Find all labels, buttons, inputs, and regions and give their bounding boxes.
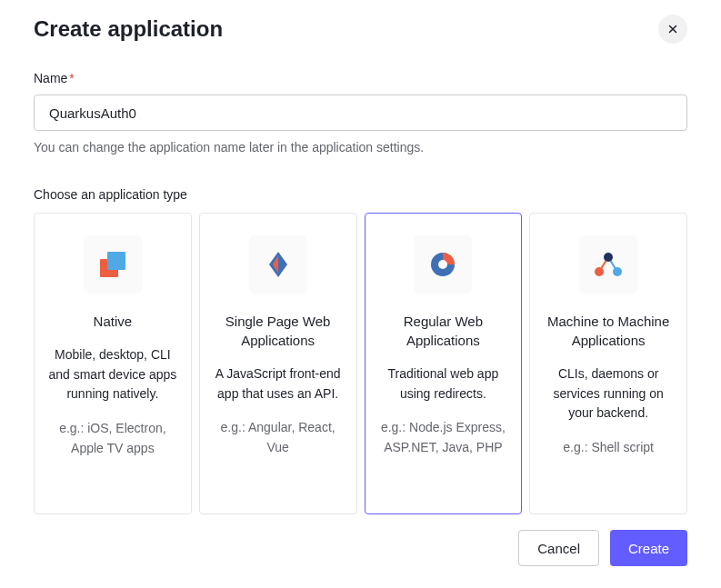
app-type-label: Choose an application type [34, 187, 687, 202]
card-native[interactable]: Native Mobile, desktop, CLI and smart de… [34, 213, 192, 514]
name-hint: You can change the application name late… [34, 140, 687, 154]
svg-point-12 [613, 267, 622, 276]
dialog-title: Create application [34, 16, 223, 42]
close-button[interactable] [658, 15, 687, 44]
card-desc: A JavaScript front-end app that uses an … [213, 364, 344, 404]
m2m-icon [592, 248, 625, 281]
name-input[interactable] [34, 95, 687, 131]
card-m2m[interactable]: Machine to Machine Applications CLIs, da… [529, 213, 687, 514]
card-desc: Traditional web app using redirects. [378, 364, 509, 404]
regular-web-icon [426, 248, 459, 281]
name-label: Name* [34, 71, 687, 85]
card-title: Single Page Web Applications [213, 312, 344, 350]
card-desc: Mobile, desktop, CLI and smart device ap… [47, 345, 178, 404]
spa-icon-box [249, 235, 307, 294]
card-regular-web[interactable]: Regular Web Applications Traditional web… [365, 213, 523, 514]
spa-icon [262, 248, 295, 281]
native-icon-box [84, 235, 142, 294]
card-example: e.g.: Shell script [563, 438, 654, 458]
card-example: e.g.: Angular, React, Vue [213, 418, 344, 457]
app-type-cards: Native Mobile, desktop, CLI and smart de… [34, 213, 687, 514]
dialog-footer: Cancel Create [518, 530, 687, 566]
create-button[interactable]: Create [610, 530, 687, 566]
card-spa[interactable]: Single Page Web Applications A JavaScrip… [199, 213, 357, 514]
card-example: e.g.: iOS, Electron, Apple TV apps [47, 419, 178, 458]
native-icon [96, 248, 129, 281]
svg-point-7 [438, 260, 447, 269]
dialog-header: Create application [34, 15, 687, 44]
required-indicator: * [69, 71, 74, 85]
card-desc: CLIs, daemons or services running on you… [543, 364, 674, 424]
name-label-text: Name [34, 71, 67, 85]
cancel-button[interactable]: Cancel [518, 530, 599, 566]
card-example: e.g.: Node.js Express, ASP.NET, Java, PH… [378, 418, 509, 457]
svg-rect-3 [107, 252, 125, 270]
card-title: Native [94, 312, 133, 331]
svg-point-11 [595, 267, 604, 276]
regular-web-icon-box [414, 235, 472, 294]
card-title: Machine to Machine Applications [543, 312, 674, 350]
m2m-icon-box [579, 235, 637, 294]
svg-point-10 [604, 253, 613, 262]
close-icon [666, 23, 679, 35]
card-title: Regular Web Applications [378, 312, 509, 350]
